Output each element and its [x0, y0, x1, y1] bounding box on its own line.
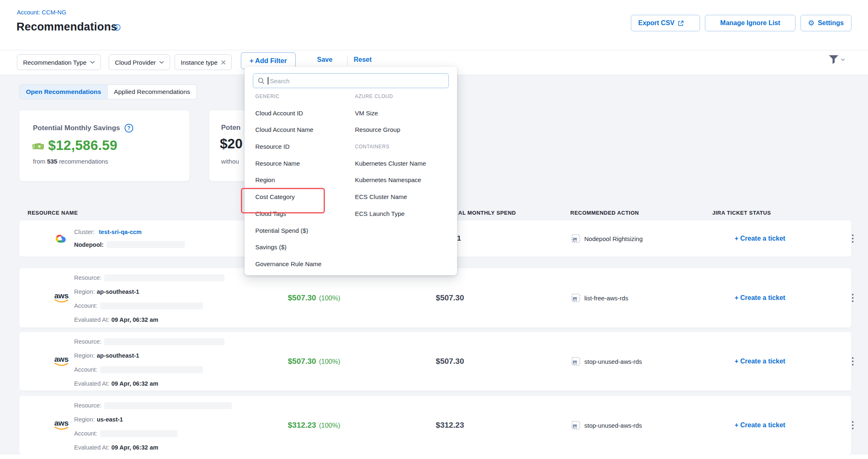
evaluated-at-value: 09 Apr, 06:32 am	[111, 444, 158, 451]
savings-amount: $312.23	[288, 421, 316, 429]
account-label: Account:	[74, 366, 97, 373]
recommendations-tabs: Open Recommendations Applied Recommendat…	[19, 84, 197, 99]
remove-chip-icon[interactable]	[221, 60, 226, 65]
dropdown-item-governance-rule-name[interactable]: Governance Rule Name	[255, 256, 351, 273]
help-icon[interactable]: ?	[124, 124, 133, 133]
dropdown-item-cloud-tags[interactable]: Cloud Tags	[255, 206, 351, 222]
divider	[347, 56, 348, 66]
aws-icon: aws	[52, 420, 70, 431]
nodepool-line: Nodepool:	[74, 241, 185, 248]
dropdown-item-kubernetes-namespace[interactable]: Kubernetes Namespace	[355, 172, 450, 189]
manage-ignore-list-label: Manage Ignore List	[720, 19, 780, 27]
dropdown-item-cloud-account-id[interactable]: Cloud Account ID	[255, 105, 351, 122]
settings-label: Settings	[818, 19, 844, 27]
filter-chip-instance-type[interactable]: Instance type	[175, 54, 232, 70]
account-label: Account:	[74, 430, 97, 437]
partial-card-amount: $20	[220, 136, 243, 152]
redacted-value	[107, 241, 185, 248]
savings-subtext: from 535 recommendations	[33, 158, 108, 165]
page-header: Account: CCM-NG Recommendations Export C…	[0, 0, 868, 50]
chip-label: Recommendation Type	[23, 59, 86, 66]
kebab-menu-icon[interactable]	[850, 233, 855, 244]
table-row-aws-2[interactable]: aws Resource: Region:ap-southeast-1 Acco…	[19, 332, 851, 391]
savings-percent: (100%)	[319, 422, 341, 429]
region-value: ap-southeast-1	[97, 288, 139, 295]
dropdown-item-resource-id[interactable]: Resource ID	[255, 138, 351, 155]
resource-details: Resource: Region:ap-southeast-1 Account:…	[74, 274, 224, 330]
gcp-icon	[52, 232, 67, 246]
info-icon[interactable]	[114, 24, 121, 33]
savings-card-title-text: Potential Monthly Savings	[33, 124, 120, 132]
settings-button[interactable]: ⚙ Settings	[800, 15, 852, 31]
table-row-aws-1[interactable]: aws Resource: Region:ap-southeast-1 Acco…	[19, 268, 851, 328]
breadcrumb[interactable]: Account: CCM-NG	[17, 9, 66, 16]
filter-chip-cloud-provider[interactable]: Cloud Provider	[109, 54, 170, 70]
cluster-label: Cluster:	[74, 229, 95, 235]
chip-label: Cloud Provider	[115, 59, 156, 66]
dropdown-item-cloud-account-name[interactable]: Cloud Account Name	[255, 122, 351, 138]
save-filter-link[interactable]: Save	[317, 56, 332, 63]
text-caret	[268, 77, 268, 84]
create-ticket-link[interactable]: + Create a ticket	[735, 422, 785, 429]
dropdown-item-ecs-launch-type[interactable]: ECS Launch Type	[355, 206, 450, 222]
savings-subtext-prefix: from	[33, 158, 45, 165]
resource-label: Resource:	[74, 402, 101, 409]
recommendation-count: 535	[47, 158, 57, 165]
create-ticket-link[interactable]: + Create a ticket	[735, 358, 785, 365]
monthly-spend-value: $507.30	[430, 293, 464, 302]
redacted-value	[104, 338, 224, 345]
action-label: Nodepool Rightsizing	[584, 235, 643, 242]
external-link-icon	[678, 20, 684, 26]
dropdown-item-cost-category[interactable]: Cost Category	[255, 189, 351, 206]
dropdown-item-potential-spend[interactable]: Potential Spend ($)	[255, 222, 351, 239]
kebab-menu-icon[interactable]	[850, 356, 855, 367]
reset-filter-link[interactable]: Reset	[354, 56, 372, 63]
dropdown-item-resource-name[interactable]: Resource Name	[255, 155, 351, 172]
table-row-aws-3[interactable]: aws Resource: Region:us-east-1 Account: …	[19, 396, 851, 454]
filter-chip-recommendation-type[interactable]: Recommendation Type	[17, 54, 101, 70]
page-bottom-margin	[0, 454, 868, 459]
partial-card-title: Poten	[221, 124, 240, 132]
potential-savings-value: $507.30(100%)	[288, 357, 340, 366]
dropdown-item-ecs-cluster-name[interactable]: ECS Cluster Name	[355, 189, 450, 206]
cluster-name-link[interactable]: test-sri-qa-ccm	[99, 229, 142, 235]
filter-funnel-button[interactable]	[828, 55, 845, 64]
region-label: Region:	[74, 352, 95, 359]
manage-ignore-list-button[interactable]: Manage Ignore List	[705, 15, 796, 31]
region-label: Region:	[74, 416, 95, 423]
add-filter-label: + Add Filter	[250, 57, 287, 65]
dropdown-search[interactable]	[253, 73, 449, 88]
tab-open-recommendations[interactable]: Open Recommendations	[20, 85, 107, 99]
dropdown-item-vm-size[interactable]: VM Size	[355, 105, 450, 122]
broken-image-icon	[572, 294, 580, 302]
region-value: ap-southeast-1	[97, 352, 139, 359]
kebab-menu-icon[interactable]	[850, 419, 855, 431]
resource-label: Resource:	[74, 338, 101, 345]
redacted-value	[100, 430, 177, 437]
redacted-value	[104, 402, 232, 409]
aws-icon: aws	[52, 293, 70, 304]
search-input[interactable]	[269, 77, 436, 85]
dropdown-item-kubernetes-cluster-name[interactable]: Kubernetes Cluster Name	[355, 155, 450, 172]
savings-card-title: Potential Monthly Savings ?	[33, 124, 133, 133]
column-header-recommended-action: RECOMMENDED ACTION	[570, 210, 639, 216]
create-ticket-link[interactable]: + Create a ticket	[735, 235, 785, 242]
broken-image-icon	[572, 357, 580, 366]
kebab-menu-icon[interactable]	[850, 292, 855, 304]
tab-applied-recommendations[interactable]: Applied Recommendations	[107, 85, 196, 99]
chevron-down-icon	[90, 61, 95, 64]
broken-image-icon	[572, 421, 580, 430]
monthly-spend-value: $507.30	[430, 357, 464, 366]
section-azure-cloud-label: AZURE CLOUD	[355, 88, 450, 105]
export-csv-button[interactable]: Export CSV	[631, 15, 700, 31]
potential-savings-value: $507.30(100%)	[288, 293, 340, 302]
dropdown-item-resource-group[interactable]: Resource Group	[355, 122, 450, 138]
dropdown-item-savings[interactable]: Savings ($)	[255, 239, 351, 256]
chevron-down-icon	[159, 61, 164, 64]
page-title: Recommendations	[16, 21, 117, 33]
create-ticket-link[interactable]: + Create a ticket	[735, 294, 785, 302]
redacted-value	[104, 274, 224, 281]
dropdown-item-region[interactable]: Region	[255, 172, 351, 189]
recommended-action: Nodepool Rightsizing	[572, 234, 643, 243]
evaluated-at-value: 09 Apr, 06:32 am	[111, 380, 158, 387]
